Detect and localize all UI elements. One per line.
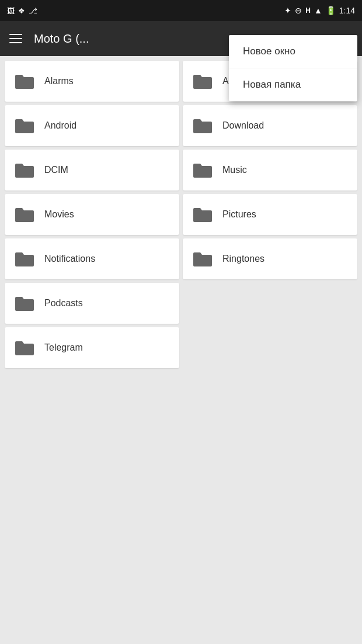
folder-alarms[interactable]: Alarms <box>5 61 179 102</box>
folder-dcim[interactable]: DCIM <box>5 150 179 191</box>
folder-label: Movies <box>44 209 74 220</box>
folder-icon <box>14 295 35 312</box>
folder-label: DCIM <box>44 165 68 175</box>
folder-label: Ringtones <box>222 254 264 264</box>
folder-label: Alarms <box>44 76 74 86</box>
folder-icon <box>14 250 35 268</box>
new-folder-option[interactable]: Новая папка <box>229 68 357 101</box>
folder-pictures[interactable]: Pictures <box>183 194 357 235</box>
folder-icon <box>14 206 35 223</box>
status-bar-right: ✦ ⊖ H ▲ 🔋 1:14 <box>284 6 355 15</box>
bluetooth-icon: ✦ <box>284 6 291 15</box>
new-window-option[interactable]: Новое окно <box>229 35 357 68</box>
folder-icon <box>14 161 35 179</box>
folder-icon <box>14 339 35 356</box>
dropbox-icon: ❖ <box>18 6 25 15</box>
folder-label: Telegram <box>44 342 83 353</box>
folder-icon <box>14 117 35 134</box>
folder-label: Android <box>44 120 76 131</box>
photo-icon: 🖼 <box>7 6 15 15</box>
minus-icon: ⊖ <box>295 6 302 15</box>
dropdown-menu: Новое окно Новая папка <box>229 35 357 101</box>
folder-icon <box>14 72 35 90</box>
folder-label: Podcasts <box>44 298 83 309</box>
status-bar: 🖼 ❖ ⎇ ✦ ⊖ H ▲ 🔋 1:14 <box>0 0 362 21</box>
folder-icon <box>192 250 213 268</box>
toolbar-title: Moto G (... <box>34 32 89 46</box>
folder-label: Music <box>222 165 247 175</box>
time-display: 1:14 <box>339 6 355 15</box>
battery-icon: 🔋 <box>326 6 336 15</box>
folder-label: Notifications <box>44 254 95 264</box>
signal-icon: ▲ <box>314 6 322 15</box>
h-signal-icon: H <box>305 6 311 15</box>
folder-icon <box>192 206 213 223</box>
folder-label: Pictures <box>222 209 256 220</box>
status-bar-left: 🖼 ❖ ⎇ <box>7 6 37 15</box>
folder-movies[interactable]: Movies <box>5 194 179 235</box>
folder-notifications[interactable]: Notifications <box>5 238 179 279</box>
folder-icon <box>192 72 213 90</box>
folder-label: Download <box>222 120 264 131</box>
hamburger-menu-button[interactable] <box>9 34 22 43</box>
folder-music[interactable]: Music <box>183 150 357 191</box>
folder-icon <box>192 161 213 179</box>
folder-icon <box>192 117 213 134</box>
usb-icon: ⎇ <box>29 6 37 15</box>
folder-ringtones[interactable]: Ringtones <box>183 238 357 279</box>
folder-podcasts[interactable]: Podcasts <box>5 283 179 324</box>
folder-download[interactable]: Download <box>183 105 357 146</box>
folder-android[interactable]: Android <box>5 105 179 146</box>
folder-telegram[interactable]: Telegram <box>5 327 179 368</box>
folder-grid: Alarms AzRecorderF... Android Download <box>0 56 362 373</box>
